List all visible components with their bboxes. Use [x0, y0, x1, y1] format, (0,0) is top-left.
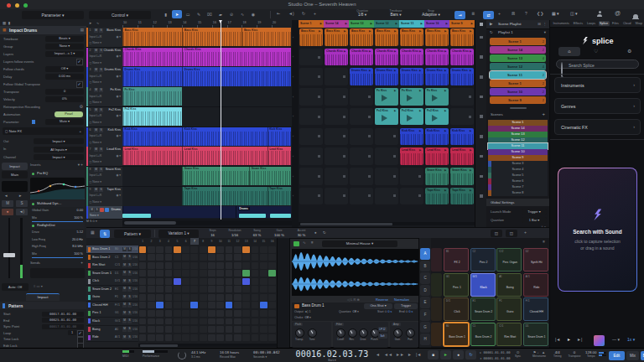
splice-search-input[interactable]: Search Splice [556, 59, 639, 69]
step-cell[interactable] [242, 334, 250, 341]
step-cell[interactable] [226, 294, 233, 301]
step-cell[interactable] [190, 246, 198, 253]
clip-cell[interactable]: Snare Kiss▶ [450, 168, 474, 185]
scene-list-item[interactable]: Scene 8 [488, 190, 548, 196]
row-rate[interactable]: 1/16 [132, 272, 138, 275]
clip-cell[interactable]: Fx2 Kiss▶ [375, 108, 398, 126]
add-track-icon[interactable]: + [498, 11, 501, 16]
step-cell[interactable] [165, 278, 173, 285]
step-cell[interactable] [190, 302, 198, 308]
pad-boing[interactable]: A1Boing [496, 273, 522, 297]
performance-meter[interactable]: Performance [143, 350, 168, 358]
splice-home-button[interactable]: ⌂ [558, 47, 580, 56]
step-cell[interactable] [242, 302, 250, 308]
line-tool[interactable]: ▮ [161, 10, 171, 18]
track-automation-label[interactable]: ◻ None ▾ [90, 160, 102, 163]
track-expand-chevron[interactable]: ‹ [293, 134, 293, 138]
empty-cell[interactable] [299, 168, 323, 185]
track-stop-icon[interactable] [480, 115, 483, 118]
step-cell[interactable] [226, 318, 233, 325]
pad-rim-shot[interactable]: C#1Rim Shot [496, 323, 522, 346]
bank-button-b[interactable]: B [420, 261, 430, 272]
track-solo-button[interactable]: S [99, 88, 103, 92]
audio-clip[interactable]: Tape Kiss [267, 187, 291, 205]
clip-cell[interactable]: Chords Kiss▶ [325, 49, 348, 66]
track-header-drums[interactable]: MSDrumsNone ▾ [86, 206, 122, 220]
pattern-dot-button[interactable]: ● [314, 230, 317, 235]
step-cell[interactable] [208, 278, 216, 285]
track-expand-chevron[interactable]: ‹ [293, 35, 293, 39]
playlist-item-1[interactable]: Scene 12 [490, 38, 546, 45]
step-cell[interactable] [174, 302, 181, 308]
empty-cell[interactable] [450, 88, 474, 106]
pattern-row-click[interactable]: ClickD#1MS1/16 [86, 277, 138, 286]
track-input-toggle[interactable]: ◉ ▾ [116, 95, 121, 98]
track-input-toggle[interactable]: ◉ ▾ [116, 134, 121, 137]
fader-track[interactable] [8, 218, 10, 278]
step-cell[interactable] [139, 246, 147, 253]
step-cell[interactable] [182, 310, 190, 317]
step-cell[interactable] [139, 286, 147, 292]
track-solo-button[interactable]: S [99, 28, 103, 33]
step-cell[interactable] [148, 310, 155, 317]
step-cell[interactable] [200, 270, 207, 277]
step-cell[interactable] [139, 310, 147, 317]
row-solo-button[interactable]: S [127, 295, 132, 300]
step-cell[interactable] [200, 326, 207, 333]
step-cell[interactable] [226, 310, 233, 317]
pattern-row-value[interactable]: 1 [68, 330, 76, 335]
stop-all-header-icon[interactable] [480, 23, 483, 26]
editor-type-dropdown[interactable]: Pattern ▾ [114, 230, 151, 238]
inserts-add-icon[interactable]: ▾ + [78, 163, 83, 167]
row-rate[interactable]: 1/16 [132, 303, 138, 307]
step-cell[interactable] [242, 278, 250, 285]
knob-drive[interactable] [359, 328, 368, 338]
step-cell[interactable] [165, 302, 173, 308]
clip-cell[interactable]: Drums Kiss▶ [425, 68, 449, 85]
row-solo-button[interactable]: S [127, 303, 132, 308]
filter-button-soft[interactable]: Soft [378, 334, 387, 339]
scene-list-item[interactable]: Scene 9 [488, 155, 548, 161]
row-mute-button[interactable]: M [122, 303, 127, 308]
row-rate[interactable]: 1/16 [132, 328, 138, 331]
playlist-item-3[interactable]: Scene 134 [490, 54, 546, 62]
step-cell[interactable] [182, 286, 190, 292]
step-cell[interactable] [268, 262, 276, 269]
clip-cell[interactable]: Tape Kiss▶ [450, 188, 474, 205]
splice-category-cinematic-fx[interactable]: Cinematic FX› [554, 119, 641, 135]
pad-fx-2[interactable]: B1FX 2 [444, 248, 469, 272]
fader-handle[interactable] [3, 253, 15, 257]
step-cell[interactable] [216, 326, 224, 333]
pattern-row-klack[interactable]: KlackG#1MS1/16 [86, 318, 138, 326]
inspector-row-value[interactable]: 0% [45, 96, 84, 102]
step-cell[interactable] [234, 302, 242, 308]
step-cell[interactable] [156, 318, 164, 325]
step-cell[interactable] [139, 318, 147, 325]
player-artwork[interactable] [594, 335, 605, 346]
pencil-tool[interactable]: ✎ [194, 10, 204, 18]
track-input-toggle[interactable]: ◉ ▾ [116, 75, 121, 78]
pad-synth-hit[interactable]: D2Synth Hit [523, 248, 548, 272]
step-cell[interactable] [208, 294, 216, 301]
step-cell[interactable] [260, 246, 267, 253]
clip-cell[interactable]: Bass Kiss▶ [299, 28, 323, 46]
transpose-block[interactable]: 0 Transpose [567, 350, 582, 358]
row-mute-button[interactable]: M [122, 311, 127, 316]
step-cell[interactable] [260, 326, 267, 333]
track-mute-button[interactable]: M [90, 208, 94, 212]
knob-gain[interactable] [393, 328, 402, 338]
scene-list-item[interactable]: Scene 7 [488, 184, 548, 190]
record-button[interactable]: ● [453, 350, 464, 359]
step-cell[interactable] [148, 254, 155, 261]
checkbox[interactable]: ✓ [76, 59, 83, 65]
step-cell[interactable] [260, 318, 267, 325]
step-cell[interactable] [268, 318, 276, 325]
eq-curve-thumbnail[interactable] [30, 178, 85, 199]
pad-click[interactable]: D#1Click [444, 297, 469, 321]
checkbox[interactable]: ✓ [76, 81, 83, 88]
step-cell[interactable] [190, 310, 198, 317]
step-cell[interactable] [234, 286, 242, 292]
step-cell[interactable] [242, 310, 250, 317]
pad-edge-clipped[interactable] [431, 248, 442, 272]
trigger-button[interactable]: Trigger [394, 303, 418, 309]
